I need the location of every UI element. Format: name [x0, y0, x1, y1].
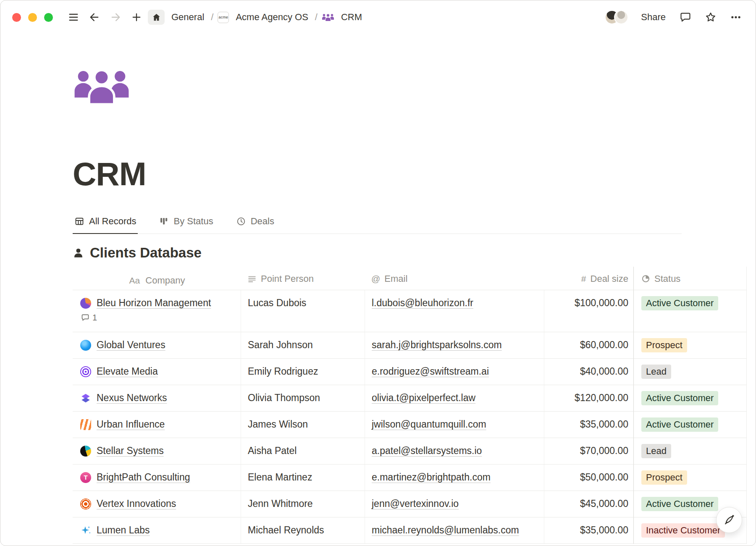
point-person-cell[interactable]: Olivia Thompson	[241, 385, 365, 412]
email-cell[interactable]: sarah.j@brightsparksolns.com	[365, 332, 544, 359]
status-badge[interactable]: Prospect	[641, 338, 687, 352]
email-link[interactable]: jwilson@quantumquill.com	[372, 417, 486, 431]
status-cell[interactable]: Active Customer	[633, 290, 747, 332]
email-link[interactable]: e.martinez@brightpath.com	[372, 470, 491, 484]
company-link[interactable]: BrightPath Consulting	[97, 470, 190, 484]
company-link[interactable]: Elevate Media	[97, 365, 158, 378]
share-button[interactable]: Share	[638, 10, 668, 24]
point-person-cell[interactable]: Lucas Dubois	[241, 290, 365, 332]
back-button[interactable]	[87, 9, 102, 25]
email-link[interactable]: jenn@vertexinnov.io	[372, 497, 459, 511]
email-link[interactable]: l.dubois@bleuhorizon.fr	[372, 296, 473, 310]
page-title[interactable]: CRM	[73, 155, 756, 193]
close-window-button[interactable]	[12, 13, 21, 22]
table-row[interactable]: Urban Influence James Wilson jwilson@qua…	[73, 412, 747, 438]
email-link[interactable]: michael.reynolds@lumenlabs.com	[372, 523, 519, 537]
point-person-cell[interactable]: Emily Rodriguez	[241, 359, 365, 385]
presence-avatars[interactable]	[605, 10, 628, 24]
deal-size-cell[interactable]: $40,000.00	[544, 359, 633, 385]
tab-by-status[interactable]: By Status	[157, 216, 215, 234]
status-cell[interactable]: Active Customer	[633, 385, 747, 412]
email-link[interactable]: olivia.t@pixelperfect.law	[372, 391, 475, 405]
page-icon-people[interactable]	[73, 68, 131, 106]
point-person-cell[interactable]: James Wilson	[241, 412, 365, 438]
status-badge[interactable]: Lead	[641, 365, 671, 379]
sidebar-menu-button[interactable]	[66, 9, 81, 25]
email-cell[interactable]: jwilson@quantumquill.com	[365, 412, 544, 438]
company-link[interactable]: Bleu Horizon Management	[97, 296, 211, 310]
new-page-button[interactable]	[129, 9, 144, 25]
status-cell[interactable]: Active Customer	[633, 412, 747, 438]
table-row[interactable]: Bleu Horizon Management 1 Lucas Dubois l…	[73, 290, 747, 332]
more-options-button[interactable]	[728, 9, 744, 25]
deal-size-cell[interactable]: $45,000.00	[544, 491, 633, 517]
email-link[interactable]: e.rodriguez@swiftstream.ai	[372, 365, 489, 378]
table-row[interactable]: Global Ventures Sarah Johnson sarah.j@br…	[73, 332, 747, 359]
status-badge[interactable]: Active Customer	[641, 497, 718, 511]
status-cell[interactable]: Lead	[633, 438, 747, 465]
email-cell[interactable]: olivia.t@pixelperfect.law	[365, 385, 544, 412]
deal-size-cell[interactable]: $100,000.00	[544, 290, 633, 332]
tab-all-records[interactable]: All Records	[73, 216, 138, 234]
table-row[interactable]: Elevate Media Emily Rodriguez e.rodrigue…	[73, 359, 747, 385]
deal-size-cell[interactable]: $35,000.00	[544, 412, 633, 438]
point-person-cell[interactable]: Michael Reynolds	[241, 517, 365, 544]
status-badge[interactable]: Active Customer	[641, 296, 718, 310]
email-cell[interactable]: l.dubois@bleuhorizon.fr	[365, 290, 544, 332]
table-row[interactable]: Stellar Systems Aisha Patel a.patel@stel…	[73, 438, 747, 465]
column-header-company[interactable]: Aa Company	[73, 267, 241, 290]
status-cell[interactable]: Prospect	[633, 332, 747, 359]
email-cell[interactable]: jenn@vertexinnov.io	[365, 491, 544, 517]
company-link[interactable]: Lumen Labs	[97, 523, 150, 537]
breadcrumb-general[interactable]: General	[169, 10, 207, 24]
database-title[interactable]: Clients Database	[90, 245, 202, 261]
status-badge[interactable]: Active Customer	[641, 417, 718, 432]
point-person-cell[interactable]: Jenn Whitmore	[241, 491, 365, 517]
deal-size-cell[interactable]: $35,000.00	[544, 517, 633, 544]
email-cell[interactable]: a.patel@stellarsystems.io	[365, 438, 544, 465]
status-badge[interactable]: Lead	[641, 444, 671, 458]
company-link[interactable]: Urban Influence	[97, 417, 165, 431]
status-cell[interactable]: Prospect	[633, 465, 747, 491]
column-header-status[interactable]: Status	[633, 267, 747, 290]
notion-ai-button[interactable]	[716, 507, 742, 533]
table-row[interactable]: Vertex Innovations Jenn Whitmore jenn@ve…	[73, 491, 747, 517]
company-link[interactable]: Stellar Systems	[97, 444, 164, 458]
email-link[interactable]: a.patel@stellarsystems.io	[372, 444, 482, 458]
company-link[interactable]: Nexus Networks	[97, 391, 167, 405]
home-button[interactable]	[148, 10, 165, 25]
company-link[interactable]: Vertex Innovations	[97, 497, 176, 511]
deal-size-cell[interactable]: $50,000.00	[544, 465, 633, 491]
table-row[interactable]: T BrightPath Consulting Elena Martinez e…	[73, 465, 747, 491]
comment-count[interactable]: 1	[80, 312, 97, 323]
deal-size-cell[interactable]: $120,000.00	[544, 385, 633, 412]
deal-size-cell[interactable]: $70,000.00	[544, 438, 633, 465]
email-link[interactable]: sarah.j@brightsparksolns.com	[372, 338, 502, 352]
breadcrumb-page[interactable]: CRM	[339, 10, 365, 24]
tab-deals[interactable]: Deals	[234, 216, 276, 234]
table-row[interactable]: Nexus Networks Olivia Thompson olivia.t@…	[73, 385, 747, 412]
email-cell[interactable]: e.rodriguez@swiftstream.ai	[365, 359, 544, 385]
column-header-deal-size[interactable]: # Deal size	[544, 267, 633, 290]
table-row[interactable]: Lumen Labs Michael Reynolds michael.reyn…	[73, 517, 747, 544]
company-link[interactable]: Global Ventures	[97, 338, 165, 352]
status-badge[interactable]: Active Customer	[641, 391, 718, 405]
comments-button[interactable]	[677, 9, 693, 25]
minimize-window-button[interactable]	[28, 13, 37, 22]
email-cell[interactable]: michael.reynolds@lumenlabs.com	[365, 517, 544, 544]
column-header-point-person[interactable]: Point Person	[241, 267, 365, 290]
status-badge[interactable]: Prospect	[641, 470, 687, 485]
breadcrumb-workspace[interactable]: Acme Agency OS	[233, 10, 310, 24]
zoom-window-button[interactable]	[44, 13, 53, 22]
avatar[interactable]	[614, 10, 628, 24]
forward-button[interactable]	[108, 9, 123, 25]
status-badge[interactable]: Inactive Customer	[641, 523, 725, 538]
column-header-email[interactable]: @ Email	[365, 267, 544, 290]
deal-size-cell[interactable]: $60,000.00	[544, 332, 633, 359]
point-person-cell[interactable]: Aisha Patel	[241, 438, 365, 465]
email-cell[interactable]: e.martinez@brightpath.com	[365, 465, 544, 491]
point-person-cell[interactable]: Elena Martinez	[241, 465, 365, 491]
status-cell[interactable]: Lead	[633, 359, 747, 385]
favorite-button[interactable]	[703, 9, 719, 25]
point-person-cell[interactable]: Sarah Johnson	[241, 332, 365, 359]
